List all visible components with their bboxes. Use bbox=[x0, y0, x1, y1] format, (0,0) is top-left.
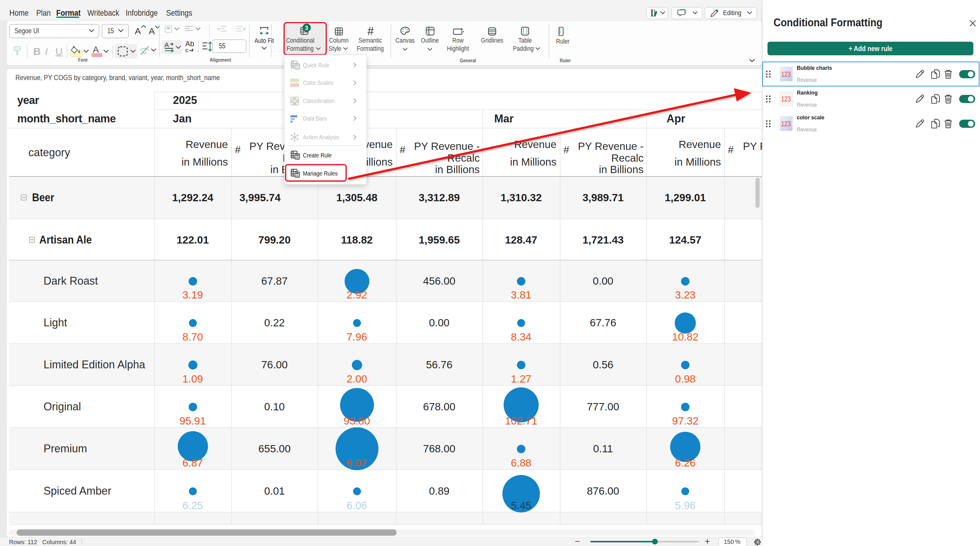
svg-text:c: c bbox=[185, 47, 188, 53]
svg-text:A: A bbox=[164, 42, 169, 49]
